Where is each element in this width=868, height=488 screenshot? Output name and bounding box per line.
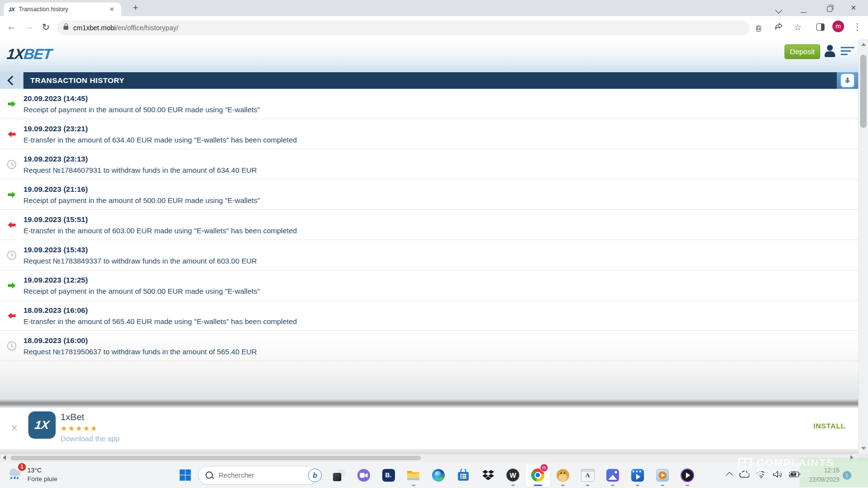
tab-title: Transaction history <box>19 6 107 13</box>
transaction-row[interactable]: 19.09.2023 (15:51) E-transfer in the amo… <box>0 210 858 240</box>
transaction-row[interactable]: 18.09.2023 (16:00) Request №1781950637 t… <box>0 331 858 361</box>
withdrawal-arrow-icon <box>7 129 17 139</box>
transaction-row[interactable]: 19.09.2023 (21:16) Receipt of payment in… <box>0 180 858 210</box>
weather-widget[interactable]: 1 13°C Forte pluie <box>5 464 57 485</box>
transaction-row[interactable]: 19.09.2023 (23:13) Request №1784607931 t… <box>0 149 858 180</box>
taskbar-item-mascot-app[interactable] <box>550 464 575 487</box>
taskbar-item-media-player[interactable] <box>650 464 675 487</box>
transaction-date: 19.09.2023 (12:25) <box>23 276 260 285</box>
wifi-icon[interactable] <box>756 470 766 480</box>
share-icon[interactable] <box>774 22 783 33</box>
site-logo[interactable]: 1XBET <box>6 46 52 62</box>
search-input[interactable] <box>218 471 308 480</box>
transaction-description: E-transfer in the amount of 603.00 EUR m… <box>23 226 297 235</box>
taskbar-item-dropbox[interactable] <box>475 464 500 487</box>
transaction-description: Request №1783849337 to withdraw funds in… <box>23 257 257 265</box>
browser-tab[interactable]: 1X Transaction history ✕ <box>4 2 121 16</box>
kebab-menu-icon[interactable]: ⋮ <box>853 21 862 32</box>
address-bar[interactable]: cm1xbet.mobi/en/office/historypay/ <box>57 20 750 35</box>
back-icon[interactable]: ← <box>7 21 16 32</box>
back-chevron-icon <box>7 76 17 85</box>
back-button[interactable] <box>0 72 23 89</box>
banner-bottom-shadow <box>0 449 858 454</box>
transaction-type-icon <box>0 220 23 230</box>
tray-chevron-icon[interactable] <box>727 471 732 480</box>
deposit-arrow-icon <box>7 281 17 290</box>
volume-icon[interactable] <box>773 470 782 480</box>
taskbar-item-photos[interactable] <box>600 464 625 487</box>
transaction-row[interactable]: 19.09.2023 (15:43) Request №1783849337 t… <box>0 240 858 270</box>
translate-icon[interactable]: G <box>756 23 761 33</box>
taskbar-item-chrome[interactable]: m <box>525 464 550 487</box>
transaction-type-icon <box>0 341 23 351</box>
scroll-down-arrow[interactable] <box>861 447 866 450</box>
window-close-button[interactable]: ✕ <box>848 4 858 12</box>
photos-icon <box>606 469 619 482</box>
page-title: TRANSACTION HISTORY <box>30 76 124 85</box>
account-icon[interactable] <box>824 45 836 58</box>
rating-stars: ★★★★★★ <box>61 424 98 433</box>
pending-clock-icon <box>6 341 17 351</box>
scroll-up-arrow[interactable] <box>861 43 866 46</box>
banner-close-icon[interactable]: ✕ <box>11 423 18 433</box>
taskbar-item-w-app[interactable]: W <box>500 464 525 487</box>
reload-icon[interactable]: ↻ <box>42 21 50 33</box>
side-panel-icon[interactable] <box>816 23 825 33</box>
taskbar-search[interactable]: b <box>198 466 318 485</box>
transaction-type-icon <box>0 190 23 200</box>
transaction-type-icon <box>0 281 23 290</box>
taskbar-item-text-editor[interactable]: A <box>575 464 600 487</box>
bing-chat-icon[interactable]: b <box>308 468 322 482</box>
deposit-arrow-icon <box>7 190 17 200</box>
scroll-left-arrow[interactable] <box>3 455 6 460</box>
download-arrow-icon[interactable] <box>841 74 854 87</box>
taskbar-item-store[interactable] <box>451 464 475 487</box>
taskbar-item-movies-tv[interactable] <box>625 464 650 487</box>
edge-icon <box>432 469 445 482</box>
menu-icon[interactable] <box>841 47 855 57</box>
transaction-row[interactable]: 19.09.2023 (23:21) E-transfer in the amo… <box>0 119 858 149</box>
vertical-scrollbar[interactable] <box>858 39 868 454</box>
taskbar-item-booking[interactable]: B. <box>376 464 401 487</box>
forward-icon[interactable]: → <box>24 21 34 32</box>
media-player-icon <box>656 469 669 482</box>
onedrive-cloud-icon[interactable] <box>739 470 749 480</box>
transaction-row[interactable]: 20.09.2023 (14:45) Receipt of payment in… <box>0 89 858 119</box>
taskbar-item-file-explorer[interactable] <box>401 464 426 487</box>
mascot-app-icon <box>557 469 569 482</box>
microsoft-store-icon <box>457 469 470 482</box>
task-view-button[interactable] <box>326 464 351 487</box>
transaction-row[interactable]: 19.09.2023 (12:25) Receipt of payment in… <box>0 270 858 301</box>
transaction-date: 19.09.2023 (15:51) <box>23 215 297 224</box>
taskbar-item-video-player[interactable] <box>675 464 700 487</box>
app-name: 1xBet <box>61 412 84 423</box>
battery-icon[interactable] <box>789 471 801 480</box>
withdrawal-arrow-icon <box>7 220 17 230</box>
lock-icon[interactable] <box>63 26 68 30</box>
transaction-description: E-transfer in the amount of 634.40 EUR m… <box>23 136 297 144</box>
vertical-scroll-thumb[interactable] <box>860 55 867 128</box>
transaction-type-icon <box>0 250 23 261</box>
download-panel[interactable] <box>837 72 858 89</box>
chrome-profile-badge: m <box>540 464 548 472</box>
horizontal-scroll-thumb[interactable] <box>11 456 421 460</box>
horizontal-scrollbar[interactable] <box>0 454 858 461</box>
window-minimize-button[interactable] <box>799 8 808 16</box>
taskbar-item-chat[interactable] <box>351 464 376 487</box>
new-tab-button[interactable]: + <box>130 2 141 14</box>
install-button[interactable]: INSTALL <box>813 422 846 430</box>
tab-search-icon[interactable] <box>774 6 784 14</box>
taskbar-item-edge[interactable] <box>426 464 451 487</box>
site-favicon: 1X <box>8 6 15 12</box>
tab-close-icon[interactable]: ✕ <box>107 5 116 14</box>
transaction-date: 18.09.2023 (16:06) <box>23 306 297 315</box>
deposit-button[interactable]: Deposit <box>785 44 820 59</box>
profile-avatar[interactable]: m <box>832 20 844 32</box>
window-restore-button[interactable] <box>825 5 834 13</box>
banner-top-shadow <box>0 399 858 408</box>
bookmark-star-icon[interactable]: ☆ <box>794 22 802 33</box>
transaction-row[interactable]: 18.09.2023 (16:06) E-transfer in the amo… <box>0 301 858 331</box>
transaction-type-icon <box>0 311 23 321</box>
start-button[interactable] <box>172 464 198 487</box>
transaction-description: E-transfer in the amount of 565.40 EUR m… <box>23 317 297 325</box>
